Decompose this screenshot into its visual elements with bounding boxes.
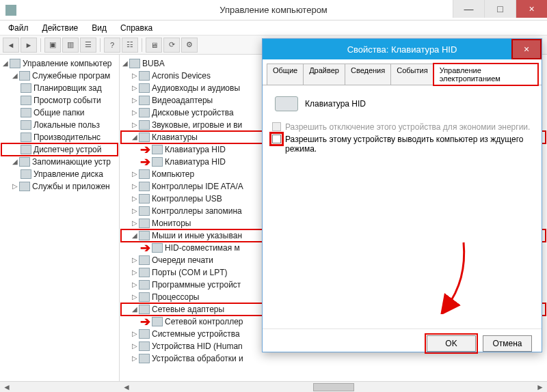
device-name-label: Клавиатура HID xyxy=(305,99,366,109)
tree-item[interactable]: Просмотр событи xyxy=(1,94,118,107)
minimize-button[interactable]: — xyxy=(453,0,484,18)
scheduler-icon xyxy=(21,83,31,93)
mouse-icon xyxy=(139,231,150,240)
checkbox-label: Разрешить этому устройству выводить комп… xyxy=(285,135,532,154)
network-icon xyxy=(139,305,150,314)
close-button[interactable]: × xyxy=(516,0,547,18)
menu-action[interactable]: Действие xyxy=(37,22,84,34)
arrow-icon: ➔ xyxy=(140,243,150,253)
computer-icon xyxy=(139,169,150,179)
cpu-icon xyxy=(139,292,150,302)
sound-icon xyxy=(139,120,150,130)
arrow-icon: ➔ xyxy=(140,157,150,167)
checkbox-allow-wake[interactable]: Разрешить этому устройству выводить комп… xyxy=(272,135,532,154)
tree-item[interactable]: Общие папки xyxy=(1,107,118,119)
keyboard-icon xyxy=(152,145,163,154)
refresh-icon[interactable]: ⟳ xyxy=(163,38,180,53)
left-scrollbar[interactable]: ◄► xyxy=(0,381,120,392)
dialog-titlebar[interactable]: Свойства: Клавиатура HID × xyxy=(263,39,542,59)
show-icon[interactable]: ▥ xyxy=(62,38,79,53)
mouse-icon xyxy=(152,243,163,253)
dialog-close-button[interactable]: × xyxy=(511,39,542,59)
menubar: Файл Действие Вид Справка xyxy=(0,20,547,36)
monitor-icon xyxy=(139,219,150,228)
display-icon xyxy=(139,96,150,105)
arrow-icon: ➔ xyxy=(140,317,150,326)
devmgr-icon xyxy=(21,145,31,154)
tree-root[interactable]: Управление компьютер xyxy=(1,57,118,70)
tree-item-device-manager[interactable]: Диспетчер устрой xyxy=(1,143,118,156)
usb-icon xyxy=(139,194,150,204)
hid-icon xyxy=(139,341,150,351)
list-icon[interactable]: ☰ xyxy=(80,38,96,53)
checkbox-icon xyxy=(272,122,281,131)
menu-file[interactable]: Файл xyxy=(3,22,34,34)
ide-icon xyxy=(139,182,150,191)
tree-group-storage[interactable]: Запоминающие устр xyxy=(1,156,118,168)
cancel-button[interactable]: Отмена xyxy=(483,335,532,352)
tab-events[interactable]: События xyxy=(390,64,433,85)
tab-power-management[interactable]: Управление электропитанием xyxy=(433,64,538,85)
arrow-icon: ➔ xyxy=(140,145,150,154)
dialog-tabs: Общие Драйвер Сведения События Управлени… xyxy=(263,59,542,85)
tree-item[interactable]: Производительнс xyxy=(1,131,118,143)
services-icon xyxy=(19,182,30,191)
computer-icon xyxy=(10,59,21,68)
right-scrollbar[interactable]: ◄► xyxy=(120,381,547,392)
left-pane: Управление компьютер Служебные програм П… xyxy=(0,55,120,392)
port-icon xyxy=(139,268,150,277)
separator xyxy=(100,38,101,52)
tree-group-system[interactable]: Служебные програм xyxy=(1,70,118,82)
keyboard-icon xyxy=(275,96,298,111)
network-icon xyxy=(152,317,163,326)
fwd-icon[interactable]: ► xyxy=(21,38,37,53)
up-icon[interactable]: ▣ xyxy=(44,38,61,53)
imaging-icon xyxy=(139,354,150,363)
software-icon xyxy=(139,280,150,290)
checkbox-allow-off: Разрешить отключение этого устройства дл… xyxy=(272,122,532,132)
maximize-button[interactable]: □ xyxy=(484,0,516,18)
tree-item[interactable]: Планировщик зад xyxy=(1,82,118,94)
opts-icon[interactable]: ⚙ xyxy=(181,38,198,53)
help-icon[interactable]: ? xyxy=(104,38,120,53)
separator xyxy=(40,38,41,52)
menu-help[interactable]: Справка xyxy=(115,22,158,34)
window-buttons: — □ × xyxy=(453,0,547,18)
management-tree: Управление компьютер Служебные програм П… xyxy=(0,55,119,195)
tree-item[interactable]: Управление диска xyxy=(1,168,118,180)
diskmgmt-icon xyxy=(21,169,31,179)
perf-icon xyxy=(21,132,31,142)
separator xyxy=(142,38,142,52)
checkbox-label: Разрешить отключение этого устройства дл… xyxy=(285,122,530,132)
disk-icon xyxy=(139,108,150,117)
pc-icon xyxy=(129,59,140,68)
storage-icon xyxy=(19,157,30,167)
audio-icon xyxy=(139,83,150,93)
tab-driver[interactable]: Драйвер xyxy=(303,64,345,85)
tree-item[interactable]: Локальные польз xyxy=(1,119,118,131)
checkbox-icon[interactable] xyxy=(272,135,281,143)
dialog-title: Свойства: Клавиатура HID xyxy=(347,44,457,55)
printer-icon xyxy=(139,255,150,265)
system-icon xyxy=(139,329,150,339)
props-icon[interactable]: ☷ xyxy=(122,38,138,53)
menu-view[interactable]: Вид xyxy=(86,22,112,34)
storage-ctl-icon xyxy=(139,206,150,216)
dev-icon xyxy=(139,71,150,81)
shares-icon xyxy=(21,108,31,117)
dialog-footer: OK Отмена xyxy=(263,328,542,357)
properties-dialog: Свойства: Клавиатура HID × Общие Драйвер… xyxy=(262,38,542,352)
tab-details[interactable]: Сведения xyxy=(345,64,391,85)
keyboard-icon xyxy=(152,157,163,167)
keyboard-icon xyxy=(139,132,150,142)
titlebar: Управление компьютером — □ × xyxy=(0,0,547,20)
back-icon[interactable]: ◄ xyxy=(3,38,19,53)
tab-general[interactable]: Общие xyxy=(267,64,304,85)
ok-button[interactable]: OK xyxy=(427,335,476,352)
tools-icon xyxy=(19,71,30,81)
tree-group-services[interactable]: Службы и приложен xyxy=(1,180,118,193)
device-header: Клавиатура HID xyxy=(275,96,532,111)
scan-icon[interactable]: 🖥 xyxy=(146,38,162,53)
dialog-body: Клавиатура HID Разрешить отключение этог… xyxy=(263,85,542,328)
eventvwr-icon xyxy=(21,96,31,105)
